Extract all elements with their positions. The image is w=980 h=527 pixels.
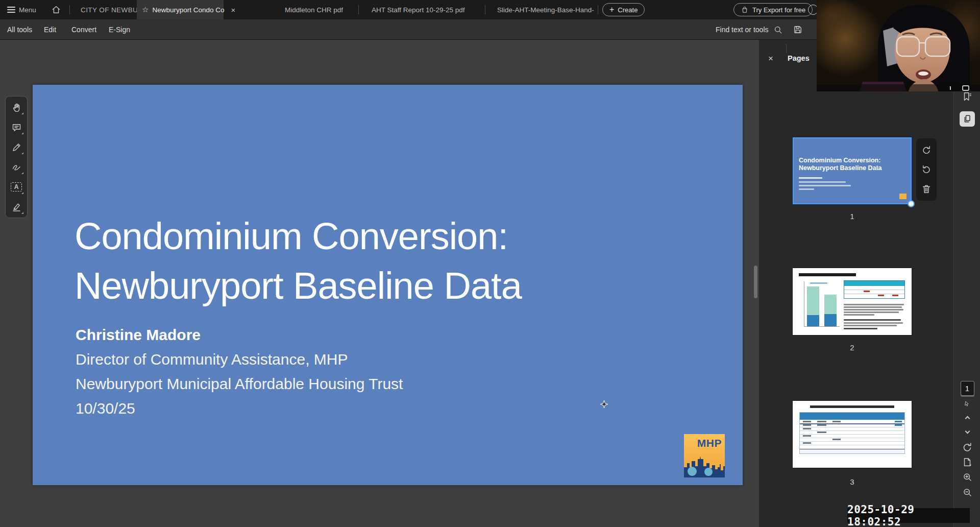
home-button[interactable] [51, 0, 61, 19]
mini-2-bar-chart [807, 286, 819, 315]
mini-3-table [799, 412, 905, 454]
rotate-right-icon [921, 145, 932, 156]
delete-page-button[interactable] [919, 181, 934, 197]
zoom-out-button[interactable] [954, 487, 980, 498]
mini-2-title-bar [799, 273, 856, 276]
tab-label: Middleton CHR pdf [285, 6, 343, 14]
canvas-scrollbar[interactable] [754, 266, 757, 298]
hand-tool-button[interactable] [8, 99, 25, 116]
pages-panel: × Pages Condominium Conversion: Newburyp… [759, 40, 953, 527]
mini-title-line1: Condominium Conversion: [799, 157, 882, 164]
trash-icon [921, 183, 932, 195]
search-icon [773, 25, 783, 35]
create-button[interactable]: + Create [602, 3, 645, 16]
pen-icon [11, 142, 22, 153]
tab-aht-staff-report[interactable]: AHT Staff Report 10-29-25 pdf [366, 0, 470, 19]
select-tool-button[interactable] [954, 400, 980, 409]
pages-panel-title: Pages [788, 54, 810, 62]
zoom-in-button[interactable] [954, 472, 980, 483]
page-number-2: 2 [793, 343, 912, 352]
zoom-in-icon [962, 472, 973, 483]
rotate-left-button[interactable] [919, 162, 934, 177]
draw-tool-button[interactable] [8, 158, 25, 176]
page-thumbnail-3[interactable] [793, 401, 912, 468]
page-number-1: 1 [793, 212, 912, 221]
tab-label: AHT Staff Report 10-29-25 pdf [372, 6, 465, 14]
page-thumbnail-2[interactable] [793, 268, 912, 335]
rotate-left-icon [921, 164, 932, 175]
all-tools-label: All tools [7, 26, 32, 34]
bookmark-icon [962, 91, 973, 102]
comment-tool-button[interactable] [8, 118, 25, 136]
highlight-tool-button[interactable] [8, 198, 25, 215]
export-page-button[interactable] [954, 457, 980, 468]
presenter-name: Christine Madore [76, 323, 403, 347]
webcam-video [817, 0, 980, 91]
create-label: Create [618, 6, 638, 14]
edit-button[interactable]: Edit [44, 19, 56, 40]
presenter-video-frame [817, 0, 980, 91]
previous-page-button[interactable] [954, 417, 980, 420]
star-icon[interactable]: ☆ [142, 5, 149, 14]
shopping-bag-icon [741, 6, 749, 14]
rotate-page-button[interactable] [954, 441, 980, 453]
mini-2-table [844, 280, 905, 299]
pen-tool-button[interactable] [8, 138, 25, 156]
skyline-graphic [684, 454, 725, 477]
current-page-indicator[interactable]: 1 [954, 381, 980, 396]
divider [598, 5, 598, 14]
chevron-up-icon [965, 416, 970, 421]
try-export-label: Try Export for free [752, 6, 805, 14]
plus-icon: + [609, 5, 614, 14]
slide-page-1[interactable]: Condominium Conversion: Newburyport Base… [33, 85, 743, 485]
mhp-logo-text: MHP [697, 437, 722, 449]
right-rail: 1 [953, 40, 980, 527]
page-thumbnail-1[interactable]: Condominium Conversion: Newburyport Base… [793, 137, 912, 204]
close-tab-icon[interactable]: × [231, 6, 236, 14]
rotate-right-button[interactable] [919, 142, 934, 158]
slide-title-line2: Newburyport Baseline Data [75, 261, 522, 310]
workspace: Condominium Conversion: Newburyport Base… [0, 40, 980, 527]
presenter-title: Director of Community Assistance, MHP [76, 347, 403, 372]
tab-middleton-chr[interactable]: Middleton CHR pdf [280, 0, 348, 19]
home-icon [51, 5, 61, 15]
esign-label: E-Sign [109, 26, 130, 34]
selection-handle[interactable] [908, 200, 915, 207]
divider [69, 5, 70, 14]
pages-panel-button[interactable] [954, 111, 980, 127]
menu-button[interactable]: Menu [7, 0, 36, 19]
lasso-icon [11, 162, 22, 173]
page-number-box[interactable]: 1 [961, 381, 974, 396]
all-tools-button[interactable]: All tools [7, 19, 32, 40]
document-canvas[interactable]: Condominium Conversion: Newburyport Base… [0, 40, 759, 527]
bookmarks-panel-button[interactable] [954, 91, 980, 102]
tab-slide-aht-meeting[interactable]: Slide-AHT-Meeting-Base-Hand- [492, 0, 599, 19]
tab-newburyport-condo-active[interactable]: ☆ Newburyport Condo Co × [137, 0, 224, 19]
slide-subtitle: Christine Madore Director of Community A… [76, 323, 403, 421]
save-button[interactable] [793, 19, 803, 40]
edit-label: Edit [44, 26, 56, 34]
organization: Newburyport Municipal Affordable Housing… [76, 372, 403, 396]
slide-title-line1: Condominium Conversion: [75, 211, 522, 261]
mhp-logo: MHP [684, 434, 725, 477]
next-page-button[interactable] [954, 429, 980, 433]
add-text-tool-button[interactable]: A [8, 178, 25, 196]
add-text-icon: A [11, 182, 22, 191]
mini-mhp-logo [899, 194, 906, 199]
chevron-down-icon [965, 429, 970, 434]
find-label: Find text or tools [716, 26, 769, 34]
divider [358, 5, 359, 14]
esign-button[interactable]: E-Sign [109, 19, 130, 40]
divider [485, 5, 485, 14]
convert-button[interactable]: Convert [71, 19, 96, 40]
slide-title: Condominium Conversion: Newburyport Base… [75, 211, 522, 310]
divider [786, 44, 787, 53]
menu-label: Menu [19, 6, 36, 14]
close-panel-icon[interactable]: × [768, 54, 773, 64]
find-text-button[interactable]: Find text or tools [716, 19, 783, 40]
pages-icon [962, 114, 972, 124]
quick-tools-panel: A [5, 96, 28, 218]
try-export-button[interactable]: Try Export for free [733, 3, 813, 16]
convert-label: Convert [71, 26, 96, 34]
pages-panel-active-indicator [960, 111, 975, 127]
